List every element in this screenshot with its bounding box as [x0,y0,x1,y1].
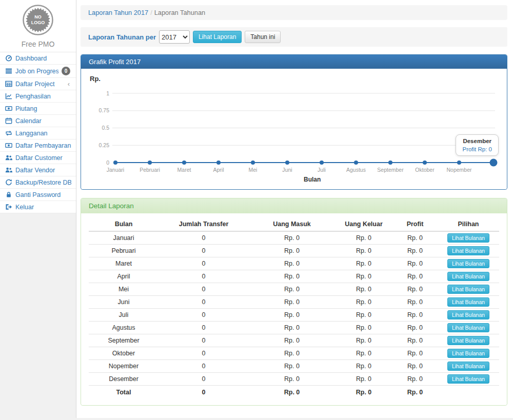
view-monthly-button-mei[interactable]: Lihat Bulanan [447,285,489,294]
view-monthly-button-april[interactable]: Lihat Bulanan [447,272,489,281]
table-cell: Rp. 0 [392,257,438,270]
table-cell: 0 [159,245,249,257]
action-cell: Lihat Bulanan [438,296,499,309]
table-cell: Rp. 0 [392,309,438,322]
table-cell: Rp. 0 [392,360,438,373]
view-monthly-button-juli[interactable]: Lihat Bulanan [447,310,489,319]
table-row: Desember0Rp. 0Rp. 0Rp. 0Lihat Bulanan [89,373,499,386]
data-point-september[interactable] [388,161,392,165]
y-axis-title: Rp. [90,75,101,83]
data-point-juli[interactable] [320,161,324,165]
table-cell: 0 [159,296,249,309]
sidebar-link-ganti-password[interactable]: Ganti Password [0,189,76,201]
table-row: September0Rp. 0Rp. 0Rp. 0Lihat Bulanan [89,334,499,347]
sidebar-item-label: Backup/Restore DB [15,179,71,186]
table-cell: Rp. 0 [392,245,438,257]
table-cell: Agustus [89,322,159,334]
sidebar-link-dashboard[interactable]: Dashboard [0,52,76,64]
money-icon [5,105,12,112]
data-point-januari[interactable] [113,161,117,165]
table-cell: 0 [159,322,249,334]
table-cell: Rp. 0 [249,231,335,245]
footer: Powered by Free PMO, and developed with … [0,418,513,420]
view-monthly-button-nopember[interactable]: Lihat Bulanan [447,362,489,371]
total-cell: Rp. 0 [392,386,438,398]
table-cell: Rp. 0 [335,296,392,309]
calendar-icon [5,117,12,124]
users-icon [5,167,12,173]
table-cell: Rp. 0 [335,245,392,257]
table-cell: Rp. 0 [335,283,392,296]
sidebar-link-calendar[interactable]: Calendar [0,115,76,127]
sidebar-item-label: Job on Progress [15,68,58,75]
sidebar-item-backup-restore-db: Backup/Restore DB [0,176,76,189]
detail-panel-body: BulanJumlah TransferUang MasukUang Kelua… [81,213,507,405]
table-cell: 0 [159,257,249,270]
chart-tooltip: Desember Profit Rp: 0 [456,134,499,156]
table-total-row: Total0Rp. 0Rp. 0Rp. 0 [89,386,499,398]
sidebar-link-job-on-progress[interactable]: Job on Progress0 [0,65,76,77]
table-cell: Rp. 0 [249,270,335,283]
view-monthly-button-maret[interactable]: Lihat Bulanan [447,259,489,268]
breadcrumb-link-laporan-tahun[interactable]: Laporan Tahun 2017 [88,9,148,16]
table-cell: Rp. 0 [335,334,392,347]
data-point-desember[interactable] [490,159,498,167]
year-select[interactable]: 2017 [159,30,190,44]
x-tick-label: Januari [107,167,124,173]
sidebar-link-daftar-project[interactable]: Daftar Project‹ [0,78,76,90]
action-cell: Lihat Bulanan [438,347,499,360]
brand-name: Free PMO [0,40,76,48]
table-cell: Januari [89,231,159,245]
view-monthly-button-juni[interactable]: Lihat Bulanan [447,297,489,307]
view-monthly-button-januari[interactable]: Lihat Bulanan [447,233,489,243]
x-tick-label: April [213,167,224,173]
y-tick-label: 0 [106,159,109,166]
view-monthly-button-pebruari[interactable]: Lihat Bulanan [447,246,489,255]
data-point-maret[interactable] [182,161,186,165]
detail-report-panel: Detail Laporan BulanJumlah TransferUang … [81,198,507,406]
view-monthly-button-agustus[interactable]: Lihat Bulanan [447,323,489,332]
refresh-icon [5,179,12,186]
data-point-oktober[interactable] [423,161,427,165]
x-tick-label: Juni [282,167,292,173]
data-point-pebruari[interactable] [148,161,152,165]
table-cell: 0 [159,347,249,360]
this-year-button[interactable]: Tahun ini [245,31,281,43]
sidebar-link-daftar-vendor[interactable]: Daftar Vendor [0,164,76,176]
column-header: Jumlah Transfer [159,217,249,231]
sidebar-link-daftar-pembayaran[interactable]: Daftar Pembayaran [0,139,76,151]
chevron-left-icon: ‹ [68,80,70,88]
data-point-mei[interactable] [251,161,255,165]
x-tick-label: Juli [318,167,326,173]
data-point-nopember[interactable] [457,161,461,165]
table-cell: Rp. 0 [249,334,335,347]
table-cell: 0 [159,360,249,373]
view-report-button[interactable]: Lihat Laporan [193,31,242,43]
sidebar: NOLOGO Free PMO DashboardJob on Progress… [0,0,76,418]
sidebar-link-piutang[interactable]: Piutang [0,103,76,114]
action-cell: Lihat Bulanan [438,360,499,373]
report-table: BulanJumlah TransferUang MasukUang Kelua… [89,217,499,398]
view-monthly-button-desember[interactable]: Lihat Bulanan [447,374,489,384]
sidebar-link-daftar-customer[interactable]: Daftar Customer [0,152,76,164]
data-point-agustus[interactable] [354,161,358,165]
view-monthly-button-september[interactable]: Lihat Bulanan [447,336,489,345]
sidebar-link-langganan[interactable]: Langganan [0,127,76,139]
sidebar-item-job-on-progress: Job on Progress0 [0,65,76,78]
total-cell: 0 [159,386,249,398]
breadcrumb: Laporan Tahun 2017/Laporan Tahunan [81,5,507,20]
sidebar-link-keluar[interactable]: Keluar [0,201,76,213]
table-row: Juli0Rp. 0Rp. 0Rp. 0Lihat Bulanan [89,309,499,322]
sidebar-link-penghasilan[interactable]: Penghasilan [0,90,76,102]
view-monthly-button-oktober[interactable]: Lihat Bulanan [447,349,489,358]
data-point-april[interactable] [216,161,221,165]
data-point-juni[interactable] [285,161,289,165]
sidebar-link-backup-restore-db[interactable]: Backup/Restore DB [0,176,76,188]
table-cell: Juni [89,296,159,309]
x-axis-title: Bulan [304,176,321,183]
table-cell: Rp. 0 [392,283,438,296]
table-cell: Rp. 0 [249,322,335,334]
sidebar-item-piutang: Piutang [0,103,76,115]
table-row: Mei0Rp. 0Rp. 0Rp. 0Lihat Bulanan [89,283,499,296]
sidebar-item-langganan: Langganan [0,127,76,139]
